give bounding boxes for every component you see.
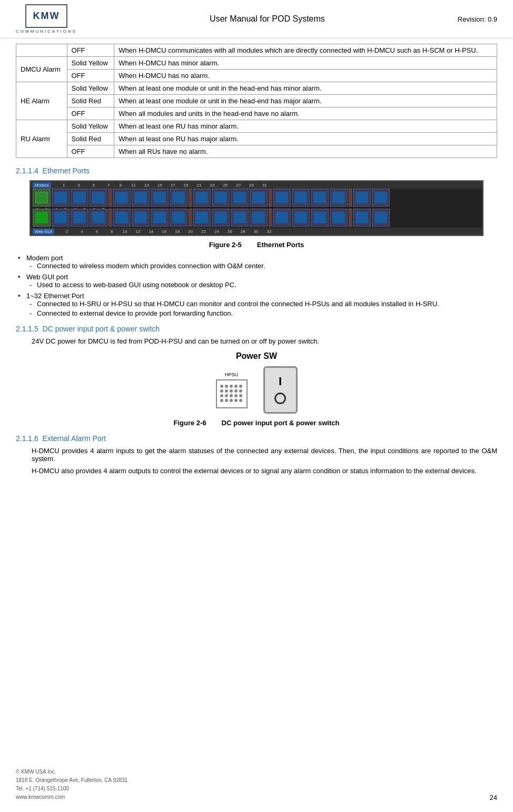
ethernet-figure: Modem 1 3 5 7 9 11 13 15 17 19 21 23 25 … bbox=[16, 180, 497, 249]
power-sw-figure: Power SW HPSU bbox=[16, 351, 497, 427]
table-cell-state: Solid Yellow bbox=[67, 57, 114, 70]
hpsu-dot bbox=[220, 389, 223, 393]
hpsu-dot bbox=[220, 385, 223, 388]
modem-sub-item-1: Connected to wireless modem which provid… bbox=[37, 262, 497, 270]
logo-box: KMW bbox=[25, 4, 67, 28]
table-row: RU Alarm Solid Yellow When at least one … bbox=[16, 120, 497, 133]
power-sw-title: Power SW bbox=[16, 351, 497, 361]
hpsu-dot bbox=[225, 394, 228, 397]
table-row: DMCU Alarm Solid Yellow When H-DMCU has … bbox=[16, 57, 497, 70]
bullet-ethernet: 1~32 Ethernet Port Connected to H-SRU or… bbox=[26, 292, 497, 317]
hpsu-dot bbox=[239, 399, 242, 402]
webgui-sub-item-1: Used to access to web-based GUI using no… bbox=[37, 281, 497, 289]
section-title: Ethernet Ports bbox=[43, 167, 90, 175]
ethernet-sub-item-1: Connected to H-SRU or H-PSU so that H-DM… bbox=[37, 300, 497, 308]
table-row: OFF When H-DMCU has no alarm. bbox=[16, 70, 497, 82]
footer-company: © KMW USA Inc. bbox=[16, 768, 127, 776]
header-revision: Revision: 0.9 bbox=[458, 15, 497, 23]
table-cell-state: Solid Red bbox=[67, 95, 114, 107]
table-cell-state: Solid Yellow bbox=[67, 82, 114, 95]
table-row: OFF When all modules and units in the he… bbox=[16, 107, 497, 120]
ethernet-sub-item-2: Connected to external device to provide … bbox=[37, 309, 497, 317]
section-2116-title: External Alarm Port bbox=[43, 434, 106, 443]
table-cell-state: OFF bbox=[67, 70, 114, 82]
table-cell-label: RU Alarm bbox=[16, 120, 67, 158]
bullet-modem: Modem port Connected to wireless modem w… bbox=[26, 254, 497, 270]
section-2115-heading: 2.1.1.5 DC power input port & power swit… bbox=[16, 325, 497, 333]
hpsu-dot bbox=[225, 385, 228, 388]
hpsu-container: HPSU bbox=[216, 372, 248, 408]
hpsu-dot bbox=[230, 394, 233, 397]
hpsu-dot bbox=[220, 399, 223, 402]
power-sw-container: HPSU bbox=[16, 366, 497, 414]
footer: © KMW USA Inc. 1818 E. Orangethrope Ave,… bbox=[16, 768, 127, 801]
table-cell-desc: When H-DMCU communicates with all module… bbox=[114, 44, 497, 57]
hpsu-dot bbox=[230, 389, 233, 393]
table-cell-state: Solid Yellow bbox=[67, 120, 114, 133]
section-2114-heading: 2.1.1.4 Ethernet Ports bbox=[16, 167, 497, 175]
hpsu-dot bbox=[239, 385, 242, 388]
figure-2-6-caption: Figure 2-6 DC power input port & power s… bbox=[16, 419, 497, 427]
section-number: 2.1.1.4 bbox=[16, 167, 38, 175]
figure-2-5-caption: Figure 2-5 Ethernet Ports bbox=[16, 241, 497, 249]
power-switch[interactable]: I bbox=[263, 366, 298, 414]
hpsu-dot bbox=[230, 385, 233, 388]
hpsu-dot bbox=[225, 399, 228, 402]
table-cell-desc: When at least one module or unit in the … bbox=[114, 95, 497, 107]
footer-tel: Tel. +1 (714) 515-1100 bbox=[16, 785, 127, 793]
table-cell-desc: When at least one RU has minor alarm. bbox=[114, 120, 497, 133]
hpsu-dot bbox=[234, 399, 238, 402]
power-off-symbol bbox=[274, 393, 286, 404]
hpsu-box bbox=[216, 379, 248, 408]
modem-sub-list: Connected to wireless modem which provid… bbox=[37, 262, 497, 270]
table-cell-desc: When H-DMCU has minor alarm. bbox=[114, 57, 497, 70]
table-cell-state: Solid Red bbox=[67, 133, 114, 145]
footer-address: 1818 E. Orangethrope Ave, Fullerton, CA … bbox=[16, 776, 127, 785]
webgui-sub-list: Used to access to web-based GUI using no… bbox=[37, 281, 497, 289]
footer-web: www.kmwcomm.com bbox=[16, 793, 127, 801]
table-cell-label bbox=[16, 44, 67, 57]
page-header: KMW COMMUNICATIONS User Manual for POD S… bbox=[0, 0, 513, 38]
table-cell-state: OFF bbox=[67, 107, 114, 120]
hpsu-dot bbox=[234, 385, 238, 388]
section-2116-heading: 2.1.1.6 External Alarm Port bbox=[16, 434, 497, 443]
hpsu-label: HPSU bbox=[225, 372, 238, 377]
table-row: OFF When all RUs have no alarm. bbox=[16, 145, 497, 158]
table-cell-label: HE Alarm bbox=[16, 82, 67, 120]
table-row: OFF When H-DMCU communicates with all mo… bbox=[16, 44, 497, 57]
table-row: Solid Red When at least one RU has major… bbox=[16, 133, 497, 145]
section-2116-para-2: H-DMCU also provides 4 alarm outputs to … bbox=[32, 467, 497, 475]
table-cell-desc: When all modules and units in the head-e… bbox=[114, 107, 497, 120]
table-cell-desc: When all RUs have no alarm. bbox=[114, 145, 497, 158]
header-title: User Manual for POD Systems bbox=[77, 14, 458, 24]
main-content: OFF When H-DMCU communicates with all mo… bbox=[0, 38, 513, 495]
page-number: 24 bbox=[490, 794, 497, 801]
hpsu-dot bbox=[239, 389, 242, 393]
table-cell-state: OFF bbox=[67, 145, 114, 158]
hpsu-dot bbox=[220, 394, 223, 397]
hpsu-grid bbox=[220, 385, 243, 403]
table-cell-state: OFF bbox=[67, 44, 114, 57]
ethernet-sub-list: Connected to H-SRU or H-PSU so that H-DM… bbox=[37, 300, 497, 317]
section-2116-para-1: H-DMCU provides 4 alarm inputs to get th… bbox=[32, 447, 497, 463]
hpsu-dot bbox=[230, 399, 233, 402]
table-cell-desc: When at least one module or unit in the … bbox=[114, 82, 497, 95]
logo-area: KMW COMMUNICATIONS bbox=[16, 4, 77, 34]
bullet-webgui: Web GUI port Used to access to web-based… bbox=[26, 273, 497, 289]
section-2115-number: 2.1.1.5 bbox=[16, 325, 38, 333]
section-2116-number: 2.1.1.6 bbox=[16, 434, 38, 443]
alarm-table: OFF When H-DMCU communicates with all mo… bbox=[16, 44, 497, 158]
power-on-symbol: I bbox=[279, 376, 282, 387]
hpsu-dot bbox=[234, 394, 238, 397]
table-cell-desc: When H-DMCU has no alarm. bbox=[114, 70, 497, 82]
hpsu-dot bbox=[239, 394, 242, 397]
section-2115-title: DC power input port & power switch bbox=[43, 325, 160, 333]
table-cell-label: DMCU Alarm bbox=[16, 57, 67, 82]
logo-subtitle: COMMUNICATIONS bbox=[16, 29, 77, 34]
hpsu-dot bbox=[234, 389, 238, 393]
section-2115-desc: 24V DC power for DMCU is fed from POD-H-… bbox=[32, 337, 497, 345]
ethernet-bullets: Modem port Connected to wireless modem w… bbox=[26, 254, 497, 317]
table-row: Solid Red When at least one module or un… bbox=[16, 95, 497, 107]
hpsu-dot bbox=[225, 389, 228, 393]
table-cell-desc: When at least one RU has major alarm. bbox=[114, 133, 497, 145]
